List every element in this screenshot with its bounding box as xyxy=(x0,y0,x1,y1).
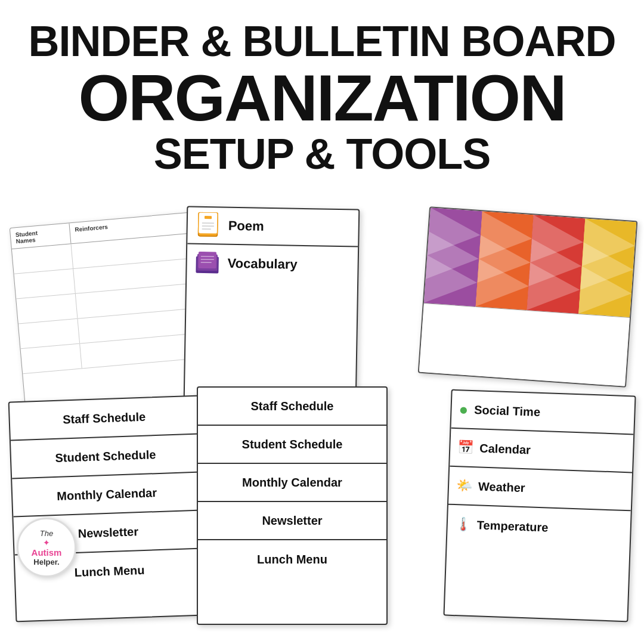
chevron-col-yellow xyxy=(574,219,637,386)
logo-the: The xyxy=(40,529,53,538)
binder-row-vocabulary: Vocabulary xyxy=(187,244,358,284)
list-item-staff-schedule-c: Staff Schedule xyxy=(198,388,386,426)
list-item-social-time: ● Social Time xyxy=(451,391,634,435)
weather-label: Weather xyxy=(478,479,525,495)
svg-rect-3 xyxy=(205,216,212,219)
list-item-newsletter-c: Newsletter xyxy=(198,502,386,540)
logo-autism: Autism xyxy=(32,547,62,558)
list-item-temperature: 🌡️ Temperature xyxy=(447,505,631,550)
list-item-weather: 🌤️ Weather xyxy=(448,467,632,512)
calendar-label: Calendar xyxy=(479,441,531,457)
temperature-label: Temperature xyxy=(476,518,548,534)
cards-area: StudentNames Reinforcers Poem xyxy=(0,196,644,589)
calendar-icon: 📅 xyxy=(457,440,474,456)
list-card-center: Staff Schedule Student Schedule Monthly … xyxy=(197,386,388,625)
header-line2: ORGANIZATION xyxy=(12,65,632,131)
logo-helper: Helper. xyxy=(33,558,59,566)
social-time-icon: ● xyxy=(459,400,469,419)
chevron-card xyxy=(418,207,638,388)
logo-badge: The ✦ Autism Helper. xyxy=(17,518,76,577)
header-line1: BINDER & BULLETIN BOARD xyxy=(12,18,632,65)
header-section: BINDER & BULLETIN BOARD ORGANIZATION SET… xyxy=(0,0,644,190)
vocabulary-icon xyxy=(194,250,221,277)
svg-rect-9 xyxy=(199,252,216,269)
temperature-icon: 🌡️ xyxy=(454,516,471,532)
poem-label: Poem xyxy=(228,218,264,234)
list-card-left: Staff Schedule Student Schedule Monthly … xyxy=(8,395,207,623)
vocabulary-label: Vocabulary xyxy=(227,256,297,273)
list-item-lunch-menu-c: Lunch Menu xyxy=(198,540,386,578)
list-item-staff-schedule: Staff Schedule xyxy=(10,397,199,441)
list-item-calendar: 📅 Calendar xyxy=(450,429,633,473)
list-item-monthly-calendar-c: Monthly Calendar xyxy=(198,464,386,502)
header-line3: SETUP & TOOLS xyxy=(12,131,632,178)
weather-icon: 🌤️ xyxy=(456,478,473,494)
logo-star: ✦ xyxy=(43,538,50,547)
list-item-monthly-calendar: Monthly Calendar xyxy=(12,473,202,518)
list-item-student-schedule-c: Student Schedule xyxy=(198,426,386,464)
social-time-label: Social Time xyxy=(474,403,541,419)
list-card-right: ● Social Time 📅 Calendar 🌤️ Weather 🌡️ T… xyxy=(443,389,636,623)
list-item-student-schedule: Student Schedule xyxy=(11,435,200,479)
poem-icon xyxy=(194,212,221,239)
binder-row-poem: Poem xyxy=(187,208,358,247)
